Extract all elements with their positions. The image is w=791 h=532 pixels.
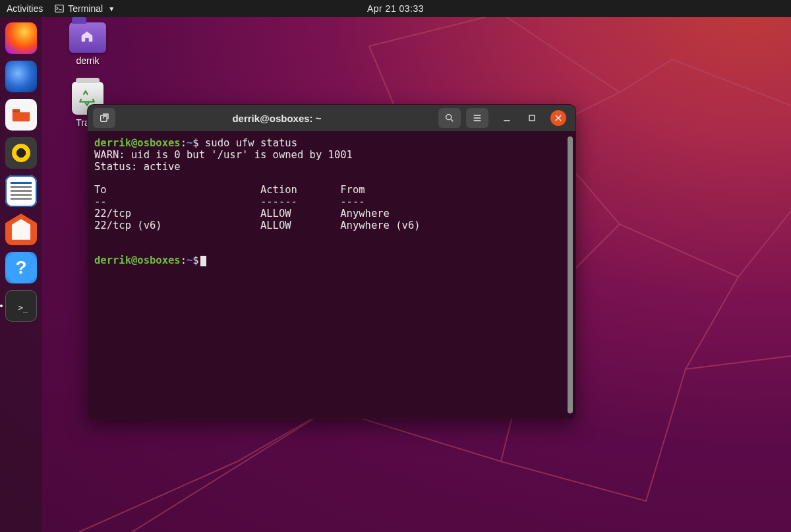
cursor [200,256,206,266]
speaker-icon [12,144,30,162]
terminal-glyph-icon [55,4,64,13]
desktop-home-folder[interactable]: derrik [58,22,117,66]
window-titlebar[interactable]: derrik@osboxes: ~ [88,105,575,131]
dock-help[interactable]: ? [5,252,37,283]
window-title: derrik@osboxes: ~ [121,113,433,124]
app-menu[interactable]: Terminal ▼ [55,3,115,14]
dock-firefox[interactable] [5,22,37,54]
clock[interactable]: Apr 21 03:33 [367,3,424,14]
gnome-top-bar: Activities Terminal ▼ Apr 21 03:33 [0,0,791,17]
output-table: To Action From -- ------ ---- 22/tcp ALL… [94,184,421,231]
prompt-symbol: $ [192,137,198,149]
maximize-button[interactable] [525,111,539,125]
desktop-home-label: derrik [76,55,99,66]
svg-rect-0 [55,5,63,13]
close-button[interactable] [550,110,566,126]
command-text: sudo ufw status [205,137,297,149]
home-icon [80,29,94,44]
terminal-window: derrik@osboxes: ~ derrik@osboxes:~$ sudo… [87,104,576,419]
prompt-colon: : [181,137,187,149]
terminal-area[interactable]: derrik@osboxes:~$ sudo ufw status WARN: … [88,131,575,419]
chevron-down-icon: ▼ [108,5,115,13]
question-icon: ? [15,257,26,278]
prompt-path: ~ [187,137,192,149]
scrollbar[interactable] [568,136,573,413]
search-icon [444,113,455,123]
dock-terminal[interactable] [5,290,37,322]
minimize-icon [502,113,512,123]
dock-files[interactable] [5,99,37,131]
hamburger-icon [472,113,483,123]
folder-icon [69,22,106,53]
new-tab-icon [99,113,109,123]
app-menu-label: Terminal [68,3,103,14]
minimize-button[interactable] [500,111,513,125]
activities-button[interactable]: Activities [7,3,43,14]
dock-rhythmbox[interactable] [5,137,37,169]
dock-ubuntu-software[interactable]: A [5,214,37,245]
svg-rect-1 [13,109,20,113]
prompt-user: derrik@osboxes [94,137,181,149]
svg-rect-4 [529,115,535,121]
output-status: Status: active [94,161,181,173]
svg-point-3 [446,115,452,120]
maximize-icon [527,113,537,123]
files-icon [11,106,31,123]
output-warn: WARN: uid is 0 but '/usr' is owned by 10… [94,149,353,161]
dock: A ? [0,17,42,532]
dock-thunderbird[interactable] [5,61,37,92]
new-tab-button[interactable] [93,108,115,128]
prompt-user-2: derrik@osboxes [94,254,181,266]
bag-a-icon: A [15,223,26,241]
hamburger-menu-button[interactable] [466,108,488,128]
search-button[interactable] [438,108,461,128]
dock-libreoffice-writer[interactable] [5,175,37,207]
close-icon [553,113,564,123]
